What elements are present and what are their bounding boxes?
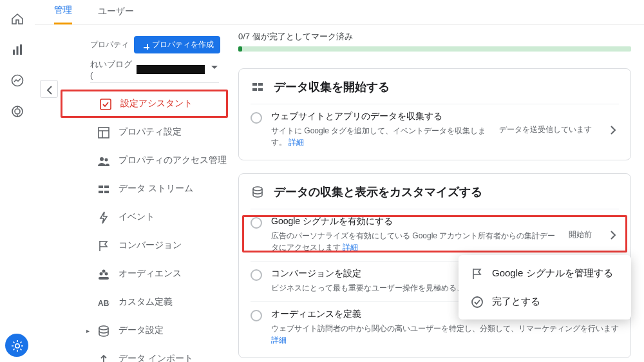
stream-icon bbox=[97, 182, 109, 195]
people-icon bbox=[97, 154, 109, 167]
property-selector[interactable]: れいブログ ( bbox=[90, 59, 219, 83]
sidebar-item-label: オーディエンス bbox=[118, 268, 182, 280]
expand-caret-icon: ▸ bbox=[86, 327, 90, 334]
admin-gear-button[interactable] bbox=[5, 334, 28, 357]
sidebar-item-label: プロパティのアクセス管理 bbox=[118, 155, 227, 166]
menu-item-mark-complete[interactable]: 完了とする bbox=[459, 287, 631, 316]
sidebar-item-label: コンバージョン bbox=[118, 240, 182, 251]
bolt-icon bbox=[97, 211, 109, 224]
audience-icon bbox=[97, 267, 109, 280]
sidebar-item-custom-definitions[interactable]: カスタム定義 bbox=[61, 288, 228, 316]
details-link[interactable]: 詳細 bbox=[271, 336, 287, 345]
create-property-label: プロパティを作成 bbox=[152, 39, 214, 50]
progress-bar bbox=[238, 46, 631, 52]
tab-user[interactable]: ユーザー bbox=[98, 6, 134, 24]
layout-icon bbox=[97, 126, 109, 138]
menu-item-manage-signals[interactable]: Google シグナルを管理する bbox=[459, 259, 631, 287]
task-title: Google シグナルを有効にする bbox=[271, 216, 556, 227]
collapse-sidebar-button[interactable] bbox=[40, 80, 58, 98]
radio-unchecked-icon bbox=[251, 217, 262, 229]
abc-icon bbox=[97, 296, 109, 309]
sidebar-item-access-management[interactable]: プロパティのアクセス管理 bbox=[61, 146, 228, 175]
card-title: データ収集を開始する bbox=[274, 79, 390, 95]
explore-icon[interactable] bbox=[10, 73, 24, 88]
sidebar-item-label: データ ストリーム bbox=[118, 183, 193, 195]
context-menu: Google シグナルを管理する 完了とする bbox=[459, 255, 631, 319]
sidebar-item-data-settings[interactable]: ▸ データ設定 bbox=[61, 316, 228, 345]
sidebar-item-data-streams[interactable]: データ ストリーム bbox=[61, 175, 228, 203]
radio-unchecked-icon bbox=[251, 112, 262, 124]
sidebar-item-setup-assistant[interactable]: 設定アシスタント bbox=[61, 90, 228, 118]
sidebar-item-data-import[interactable]: データ インポート bbox=[61, 345, 228, 362]
sidebar-item-label: プロパティ設定 bbox=[118, 126, 182, 138]
task-desc: ビジネスにとって最も重要なユーザー操作を見極めること bbox=[271, 283, 472, 292]
tab-admin[interactable]: 管理 bbox=[54, 5, 72, 24]
sidebar-item-label: データ設定 bbox=[118, 325, 164, 336]
task-desc: 広告のパーソナライズを有効にしている Google アカウント所有者からの集計デ… bbox=[271, 231, 555, 252]
menu-item-label: Google シグナルを管理する bbox=[492, 267, 613, 280]
radio-unchecked-icon bbox=[251, 310, 262, 321]
sidebar-item-label: カスタム定義 bbox=[118, 296, 173, 308]
task-title: ウェブサイトとアプリのデータを収集する bbox=[271, 111, 486, 122]
details-link[interactable]: 詳細 bbox=[289, 138, 304, 147]
radio-unchecked-icon bbox=[251, 269, 262, 281]
task-status: データを送受信しています bbox=[495, 124, 592, 135]
upload-icon bbox=[97, 352, 109, 362]
task-desc: ウェブサイト訪問者の中から関心の高いユーザーを特定し、分類して、リマーケティング… bbox=[271, 324, 619, 333]
sidebar-item-audiences[interactable]: オーディエンス bbox=[61, 260, 228, 288]
task-row[interactable]: ウェブサイトとアプリのデータを収集する サイトに Google タグを追加して、… bbox=[251, 104, 619, 156]
caret-down-icon bbox=[207, 60, 218, 70]
sidebar-item-label: イベント bbox=[118, 211, 155, 223]
advertising-icon[interactable] bbox=[10, 104, 24, 119]
task-row-google-signals[interactable]: Google シグナルを有効にする 広告のパーソナライズを有効にしている Goo… bbox=[251, 209, 619, 261]
sidebar-item-property-settings[interactable]: プロパティ設定 bbox=[61, 118, 228, 146]
chevron-right-icon[interactable] bbox=[601, 228, 619, 241]
database-icon bbox=[97, 324, 109, 337]
property-label: プロパティ bbox=[90, 39, 129, 50]
sidebar-item-conversions[interactable]: コンバージョン bbox=[61, 231, 228, 260]
flag-icon bbox=[97, 239, 109, 252]
check-circle-icon bbox=[470, 295, 483, 308]
chevron-right-icon[interactable] bbox=[601, 123, 619, 136]
database-icon bbox=[251, 185, 265, 199]
details-link[interactable]: 詳細 bbox=[343, 243, 358, 252]
task-status: 開始前 bbox=[565, 229, 592, 240]
property-selected-name: れいブログ ( bbox=[90, 59, 135, 80]
redacted-mask bbox=[137, 65, 205, 74]
menu-item-label: 完了とする bbox=[492, 296, 540, 308]
home-icon[interactable] bbox=[10, 12, 24, 26]
sidebar-item-label: 設定アシスタント bbox=[120, 98, 193, 110]
check-square-icon bbox=[99, 97, 111, 110]
stream-icon bbox=[251, 80, 265, 94]
progress-label: 0/7 個が完了としてマーク済み bbox=[238, 28, 631, 46]
create-property-button[interactable]: プロパティを作成 bbox=[134, 36, 220, 53]
reports-icon[interactable] bbox=[10, 43, 24, 57]
sidebar-item-label: データ インポート bbox=[118, 353, 193, 362]
card-title: データの収集と表示をカスタマイズする bbox=[274, 184, 482, 200]
sidebar-item-events[interactable]: イベント bbox=[61, 203, 228, 231]
card-data-collection: データ収集を開始する ウェブサイトとアプリのデータを収集する サイトに Goog… bbox=[238, 68, 631, 160]
flag-icon bbox=[470, 267, 483, 280]
